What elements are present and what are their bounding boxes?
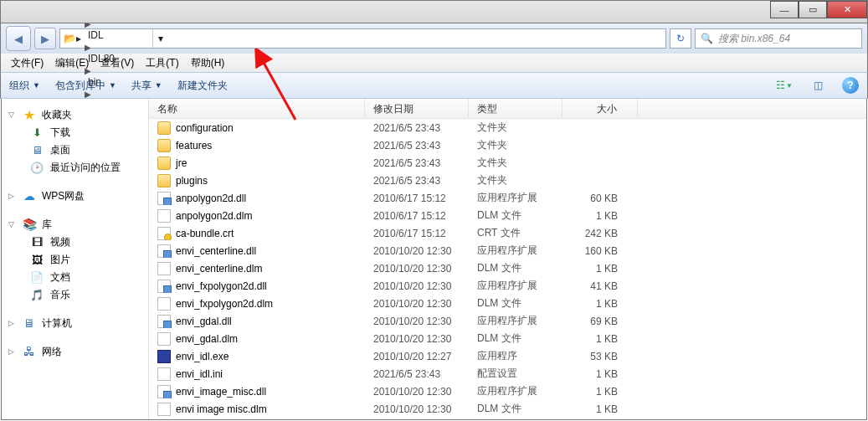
file-row[interactable]: anpolygon2d.dll2010/6/17 15:12应用程序扩展60 K… <box>149 189 866 207</box>
item-icon: ⬇ <box>30 126 44 140</box>
folder-icon <box>157 121 171 135</box>
breadcrumb-segment[interactable]: IDL <box>83 29 152 41</box>
sidebar-library[interactable]: ▽📚 库 <box>2 215 148 234</box>
folder-icon <box>157 174 171 187</box>
file-row[interactable]: envi_centerline.dll2010/10/20 12:30应用程序扩… <box>149 242 866 259</box>
file-row[interactable]: jre2021/6/5 23:43文件夹 <box>149 154 866 172</box>
menu-tools[interactable]: 工具(T) <box>141 54 183 72</box>
network-icon: 🖧 <box>22 344 37 359</box>
menu-view[interactable]: 查看(V) <box>95 54 139 72</box>
item-icon: 🕑 <box>30 162 44 175</box>
sidebar-item[interactable]: 🖼图片 <box>2 251 148 269</box>
file-row[interactable]: features2021/6/5 23:43文件夹 <box>149 136 866 154</box>
computer-icon: 🖥 <box>22 316 37 331</box>
exe-icon <box>157 350 171 363</box>
toolbar-include[interactable]: 包含到库中 ▼ <box>55 79 116 93</box>
menu-file[interactable]: 文件(F) <box>6 54 49 72</box>
column-headers: 名称 修改日期 类型 大小 <box>149 99 866 119</box>
sidebar-item[interactable]: 📄文档 <box>2 269 148 286</box>
titlebar: — ▭ ✕ <box>0 0 868 23</box>
file-row[interactable]: envi_idl.ini2021/6/5 23:43配置设置1 KB <box>149 365 866 382</box>
sidebar-computer[interactable]: ▷🖥 计算机 <box>2 314 148 332</box>
file-icon <box>157 262 171 275</box>
breadcrumb-dropdown[interactable]: ▾ <box>152 29 167 48</box>
preview-pane-button[interactable]: ◫ <box>809 76 827 95</box>
help-button[interactable]: ? <box>842 77 859 94</box>
file-icon <box>157 403 171 416</box>
file-row[interactable]: anpolygon2d.dlm2010/6/17 15:12DLM 文件1 KB <box>149 207 866 224</box>
toolbar-organize[interactable]: 组织 ▼ <box>9 79 40 93</box>
menu-bar: 文件(F) 编辑(E) 查看(V) 工具(T) 帮助(H) <box>0 54 868 72</box>
item-icon: 🖼 <box>30 254 44 267</box>
minimize-button[interactable]: — <box>770 1 799 18</box>
refresh-button[interactable]: ↻ <box>670 28 691 49</box>
file-row[interactable]: envi_gdal.dll2010/10/20 12:30应用程序扩展69 KB <box>149 312 866 330</box>
file-icon <box>157 332 171 346</box>
file-row[interactable]: plugins2021/6/5 23:43文件夹 <box>149 172 866 189</box>
search-placeholder: 搜索 bin.x86_64 <box>718 32 790 46</box>
item-icon: 🎵 <box>30 289 44 302</box>
file-list: 名称 修改日期 类型 大小 configuration2021/6/5 23:4… <box>149 99 866 419</box>
search-input[interactable]: 🔍 搜索 bin.x86_64 <box>695 28 862 49</box>
col-type[interactable]: 类型 <box>469 99 562 118</box>
file-icon <box>157 209 171 223</box>
file-row[interactable]: envi image misc.dlm2010/10/20 12:30DLM 文… <box>149 400 866 418</box>
cloud-icon: ☁ <box>22 188 37 203</box>
sidebar-favorites[interactable]: ▽★ 收藏夹 <box>2 105 148 124</box>
sidebar-item[interactable]: ⬇下载 <box>2 124 148 141</box>
file-row[interactable]: envi_centerline.dlm2010/10/20 12:30DLM 文… <box>149 259 866 277</box>
nav-back-button[interactable]: ◀ <box>6 26 31 51</box>
sidebar-network[interactable]: ▷🖧 网络 <box>2 342 148 361</box>
dll-icon <box>157 280 171 293</box>
sidebar-wps[interactable]: ▷☁ WPS网盘 <box>2 187 148 205</box>
toolbar-newfolder[interactable]: 新建文件夹 <box>177 79 228 93</box>
breadcrumb[interactable]: 📂▸ 计算机▶本地磁盘 (D:)▶ENVI4.8▶IDL▶IDL80▶bin▶b… <box>59 28 666 49</box>
chevron-right-icon: ▶ <box>83 43 93 52</box>
file-row[interactable]: envi_fxpolygon2d.dlm2010/10/20 12:30DLM … <box>149 295 866 312</box>
search-icon: 🔍 <box>701 33 713 44</box>
file-row[interactable]: configuration2021/6/5 23:43文件夹 <box>149 119 866 136</box>
file-icon <box>157 367 171 381</box>
file-row[interactable]: envi_fxpolygon2d.dll2010/10/20 12:30应用程序… <box>149 277 866 295</box>
crt-icon <box>157 227 171 240</box>
library-icon: 📚 <box>22 217 37 232</box>
file-row[interactable]: envi_gdal.dlm2010/10/20 12:30DLM 文件1 KB <box>149 330 866 347</box>
dll-icon <box>157 244 171 258</box>
dll-icon <box>157 315 171 328</box>
menu-help[interactable]: 帮助(H) <box>186 54 230 72</box>
dll-icon <box>157 192 171 205</box>
folder-icon <box>157 157 171 170</box>
sidebar-item[interactable]: 🎵音乐 <box>2 286 148 304</box>
item-icon: 📄 <box>30 271 44 285</box>
toolbar-share[interactable]: 共享 ▼ <box>131 79 162 93</box>
nav-forward-button[interactable]: ▶ <box>34 28 56 49</box>
file-row[interactable]: ca-bundle.crt2010/6/17 15:12CRT 文件242 KB <box>149 224 866 242</box>
item-icon: 🖥 <box>30 144 44 157</box>
file-icon <box>157 297 171 311</box>
close-button[interactable]: ✕ <box>827 1 867 18</box>
star-icon: ★ <box>22 107 37 122</box>
view-mode-button[interactable]: ☷ ▼ <box>775 76 794 95</box>
maximize-button[interactable]: ▭ <box>799 1 827 18</box>
col-size[interactable]: 大小 <box>562 99 638 118</box>
sidebar-item[interactable]: 🖥桌面 <box>2 141 148 159</box>
sidebar-item[interactable]: 🕑最近访问的位置 <box>2 159 148 177</box>
dll-icon <box>157 385 171 398</box>
file-row[interactable]: envi_image_misc.dll2010/10/20 12:30应用程序扩… <box>149 382 866 400</box>
address-bar: ◀ ▶ 📂▸ 计算机▶本地磁盘 (D:)▶ENVI4.8▶IDL▶IDL80▶b… <box>0 23 868 54</box>
navigation-pane: ▽★ 收藏夹 ⬇下载🖥桌面🕑最近访问的位置 ▷☁ WPS网盘 ▽📚 库 🎞视频🖼… <box>2 99 149 419</box>
file-row[interactable]: envi_idl.exe2010/10/20 12:27应用程序53 KB <box>149 347 866 365</box>
col-date[interactable]: 修改日期 <box>365 99 469 118</box>
col-name[interactable]: 名称 <box>149 99 365 118</box>
sidebar-item[interactable]: 🎞视频 <box>2 234 148 251</box>
menu-edit[interactable]: 编辑(E) <box>50 54 94 72</box>
folder-icon <box>157 139 171 152</box>
item-icon: 🎞 <box>30 236 44 249</box>
